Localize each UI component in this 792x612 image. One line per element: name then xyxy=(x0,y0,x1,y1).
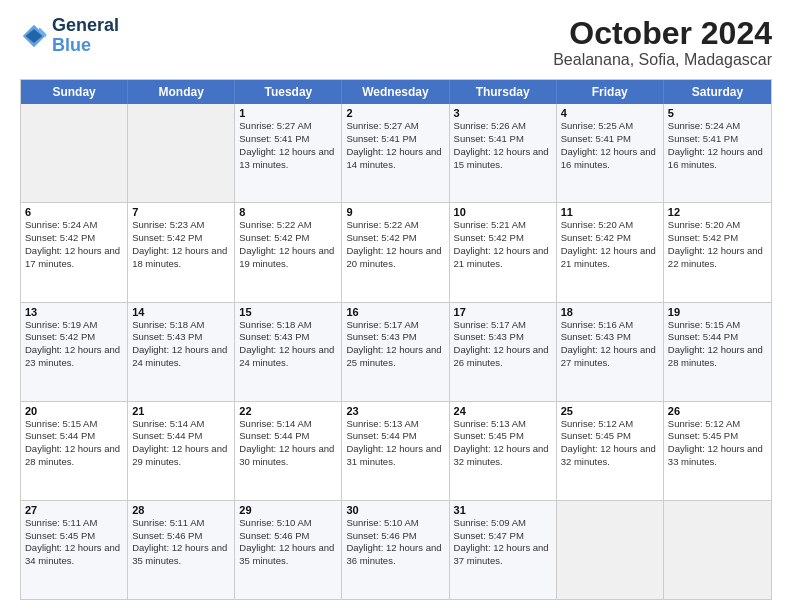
day-header-tuesday: Tuesday xyxy=(235,80,342,104)
sunrise-text: Sunrise: 5:11 AM xyxy=(25,517,123,530)
sunset-text: Sunset: 5:41 PM xyxy=(346,133,444,146)
sunset-text: Sunset: 5:42 PM xyxy=(25,331,123,344)
calendar-cell: 31Sunrise: 5:09 AMSunset: 5:47 PMDayligh… xyxy=(450,501,557,599)
day-number: 29 xyxy=(239,504,337,516)
daylight-text: Daylight: 12 hours and 35 minutes. xyxy=(239,542,337,568)
sunset-text: Sunset: 5:43 PM xyxy=(239,331,337,344)
day-header-friday: Friday xyxy=(557,80,664,104)
calendar-cell: 16Sunrise: 5:17 AMSunset: 5:43 PMDayligh… xyxy=(342,303,449,401)
sunrise-text: Sunrise: 5:16 AM xyxy=(561,319,659,332)
day-number: 18 xyxy=(561,306,659,318)
calendar-cell: 15Sunrise: 5:18 AMSunset: 5:43 PMDayligh… xyxy=(235,303,342,401)
calendar-cell: 14Sunrise: 5:18 AMSunset: 5:43 PMDayligh… xyxy=(128,303,235,401)
sunrise-text: Sunrise: 5:10 AM xyxy=(346,517,444,530)
sunrise-text: Sunrise: 5:17 AM xyxy=(454,319,552,332)
daylight-text: Daylight: 12 hours and 30 minutes. xyxy=(239,443,337,469)
sunset-text: Sunset: 5:41 PM xyxy=(668,133,767,146)
day-number: 7 xyxy=(132,206,230,218)
sunrise-text: Sunrise: 5:24 AM xyxy=(668,120,767,133)
sunset-text: Sunset: 5:42 PM xyxy=(454,232,552,245)
calendar-cell xyxy=(21,104,128,202)
day-number: 12 xyxy=(668,206,767,218)
sunrise-text: Sunrise: 5:14 AM xyxy=(132,418,230,431)
daylight-text: Daylight: 12 hours and 26 minutes. xyxy=(454,344,552,370)
calendar-header: SundayMondayTuesdayWednesdayThursdayFrid… xyxy=(21,80,771,104)
sunset-text: Sunset: 5:42 PM xyxy=(239,232,337,245)
sunrise-text: Sunrise: 5:13 AM xyxy=(346,418,444,431)
page: General Blue October 2024 Bealanana, Sof… xyxy=(0,0,792,612)
day-number: 24 xyxy=(454,405,552,417)
logo-line2: Blue xyxy=(52,36,119,56)
calendar-row-3: 13Sunrise: 5:19 AMSunset: 5:42 PMDayligh… xyxy=(21,302,771,401)
sunset-text: Sunset: 5:45 PM xyxy=(668,430,767,443)
calendar-cell: 5Sunrise: 5:24 AMSunset: 5:41 PMDaylight… xyxy=(664,104,771,202)
daylight-text: Daylight: 12 hours and 28 minutes. xyxy=(25,443,123,469)
calendar-cell: 17Sunrise: 5:17 AMSunset: 5:43 PMDayligh… xyxy=(450,303,557,401)
day-number: 31 xyxy=(454,504,552,516)
daylight-text: Daylight: 12 hours and 24 minutes. xyxy=(239,344,337,370)
calendar-cell: 6Sunrise: 5:24 AMSunset: 5:42 PMDaylight… xyxy=(21,203,128,301)
calendar-cell: 3Sunrise: 5:26 AMSunset: 5:41 PMDaylight… xyxy=(450,104,557,202)
daylight-text: Daylight: 12 hours and 19 minutes. xyxy=(239,245,337,271)
daylight-text: Daylight: 12 hours and 20 minutes. xyxy=(346,245,444,271)
day-number: 20 xyxy=(25,405,123,417)
calendar-cell xyxy=(128,104,235,202)
logo-icon xyxy=(20,22,48,50)
sunset-text: Sunset: 5:42 PM xyxy=(25,232,123,245)
daylight-text: Daylight: 12 hours and 32 minutes. xyxy=(561,443,659,469)
day-number: 5 xyxy=(668,107,767,119)
day-number: 28 xyxy=(132,504,230,516)
daylight-text: Daylight: 12 hours and 15 minutes. xyxy=(454,146,552,172)
sunrise-text: Sunrise: 5:13 AM xyxy=(454,418,552,431)
day-number: 13 xyxy=(25,306,123,318)
day-number: 25 xyxy=(561,405,659,417)
day-number: 17 xyxy=(454,306,552,318)
calendar-cell xyxy=(557,501,664,599)
sunrise-text: Sunrise: 5:09 AM xyxy=(454,517,552,530)
day-header-wednesday: Wednesday xyxy=(342,80,449,104)
day-number: 19 xyxy=(668,306,767,318)
day-number: 4 xyxy=(561,107,659,119)
day-number: 3 xyxy=(454,107,552,119)
calendar-cell: 29Sunrise: 5:10 AMSunset: 5:46 PMDayligh… xyxy=(235,501,342,599)
sunrise-text: Sunrise: 5:17 AM xyxy=(346,319,444,332)
sunrise-text: Sunrise: 5:20 AM xyxy=(561,219,659,232)
calendar-cell: 23Sunrise: 5:13 AMSunset: 5:44 PMDayligh… xyxy=(342,402,449,500)
daylight-text: Daylight: 12 hours and 27 minutes. xyxy=(561,344,659,370)
day-number: 22 xyxy=(239,405,337,417)
calendar-cell: 18Sunrise: 5:16 AMSunset: 5:43 PMDayligh… xyxy=(557,303,664,401)
daylight-text: Daylight: 12 hours and 32 minutes. xyxy=(454,443,552,469)
sunset-text: Sunset: 5:46 PM xyxy=(239,530,337,543)
sunrise-text: Sunrise: 5:19 AM xyxy=(25,319,123,332)
daylight-text: Daylight: 12 hours and 21 minutes. xyxy=(454,245,552,271)
daylight-text: Daylight: 12 hours and 23 minutes. xyxy=(25,344,123,370)
daylight-text: Daylight: 12 hours and 25 minutes. xyxy=(346,344,444,370)
day-number: 21 xyxy=(132,405,230,417)
calendar-row-2: 6Sunrise: 5:24 AMSunset: 5:42 PMDaylight… xyxy=(21,202,771,301)
calendar-cell: 25Sunrise: 5:12 AMSunset: 5:45 PMDayligh… xyxy=(557,402,664,500)
calendar-cell xyxy=(664,501,771,599)
day-number: 11 xyxy=(561,206,659,218)
sunrise-text: Sunrise: 5:27 AM xyxy=(239,120,337,133)
daylight-text: Daylight: 12 hours and 24 minutes. xyxy=(132,344,230,370)
sunset-text: Sunset: 5:41 PM xyxy=(239,133,337,146)
sunset-text: Sunset: 5:42 PM xyxy=(346,232,444,245)
sunset-text: Sunset: 5:45 PM xyxy=(561,430,659,443)
day-number: 26 xyxy=(668,405,767,417)
day-number: 16 xyxy=(346,306,444,318)
daylight-text: Daylight: 12 hours and 18 minutes. xyxy=(132,245,230,271)
sunset-text: Sunset: 5:43 PM xyxy=(132,331,230,344)
sunset-text: Sunset: 5:42 PM xyxy=(668,232,767,245)
daylight-text: Daylight: 12 hours and 21 minutes. xyxy=(561,245,659,271)
daylight-text: Daylight: 12 hours and 33 minutes. xyxy=(668,443,767,469)
calendar-body: 1Sunrise: 5:27 AMSunset: 5:41 PMDaylight… xyxy=(21,104,771,599)
sunset-text: Sunset: 5:44 PM xyxy=(25,430,123,443)
calendar-cell: 21Sunrise: 5:14 AMSunset: 5:44 PMDayligh… xyxy=(128,402,235,500)
calendar-cell: 22Sunrise: 5:14 AMSunset: 5:44 PMDayligh… xyxy=(235,402,342,500)
sunset-text: Sunset: 5:45 PM xyxy=(454,430,552,443)
day-header-saturday: Saturday xyxy=(664,80,771,104)
calendar-cell: 4Sunrise: 5:25 AMSunset: 5:41 PMDaylight… xyxy=(557,104,664,202)
sunset-text: Sunset: 5:42 PM xyxy=(132,232,230,245)
calendar-cell: 19Sunrise: 5:15 AMSunset: 5:44 PMDayligh… xyxy=(664,303,771,401)
sunset-text: Sunset: 5:44 PM xyxy=(346,430,444,443)
